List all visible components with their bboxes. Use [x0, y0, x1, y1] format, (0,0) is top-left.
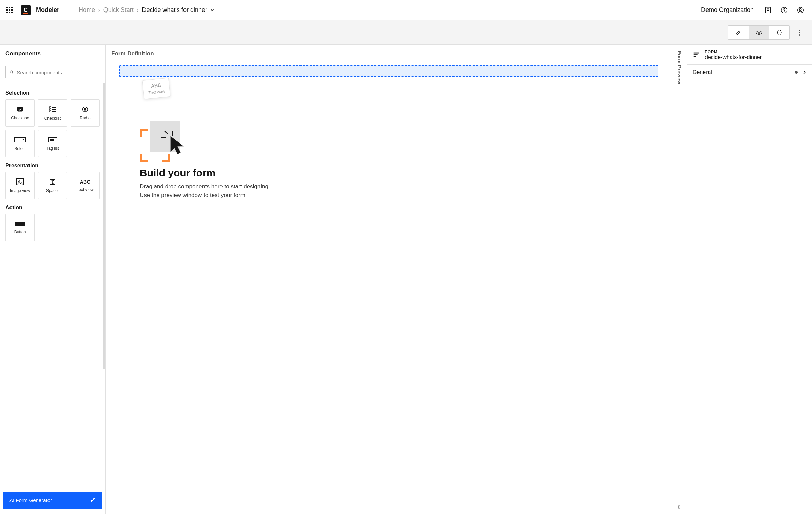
svg-rect-26	[50, 109, 51, 110]
properties-header: FORM decide-whats-for-dinner	[687, 45, 812, 64]
form-icon	[693, 51, 700, 59]
magic-wand-icon	[90, 497, 96, 503]
help-icon[interactable]	[778, 4, 790, 16]
search-icon	[9, 70, 14, 75]
empty-state-illustration	[140, 121, 194, 162]
tile-label: Tag list	[46, 146, 59, 151]
svg-point-20	[799, 32, 800, 33]
scrollbar-thumb[interactable]	[103, 83, 105, 369]
preview-mode-button[interactable]	[749, 26, 769, 39]
image-icon	[16, 178, 24, 186]
svg-point-36	[18, 180, 19, 182]
ghost-label: Text view	[148, 89, 166, 95]
form-definition-title: Form Definition	[106, 45, 672, 62]
search-components-field[interactable]	[17, 70, 96, 75]
form-preview-tab[interactable]: Form Preview	[672, 45, 687, 514]
svg-rect-41	[694, 56, 696, 57]
tile-label: Text view	[77, 187, 93, 192]
drag-ghost-textview: ABC Text view	[142, 78, 170, 99]
tile-label: Radio	[80, 116, 90, 120]
svg-point-19	[799, 30, 800, 31]
tile-label: Checklist	[44, 116, 61, 121]
search-components-input[interactable]	[5, 66, 100, 78]
form-preview-label: Form Preview	[677, 51, 682, 84]
svg-rect-3	[6, 9, 8, 11]
checkbox-icon	[16, 106, 24, 113]
component-textview[interactable]: ABC Text view	[71, 172, 100, 199]
select-icon	[14, 136, 26, 144]
svg-rect-38	[18, 224, 22, 224]
svg-rect-28	[50, 111, 51, 112]
group-title-action: Action	[5, 205, 100, 211]
breadcrumb-current-label: Decide what's for dinner	[142, 6, 207, 14]
properties-panel: FORM decide-whats-for-dinner General	[687, 45, 812, 514]
edit-mode-button[interactable]	[728, 26, 749, 39]
app-logo-icon	[21, 5, 31, 15]
components-list[interactable]: Selection Checkbox Checklist Radio	[0, 80, 105, 489]
breadcrumb-home[interactable]: Home	[79, 6, 95, 14]
chevron-down-icon	[210, 8, 215, 13]
group-title-selection: Selection	[5, 90, 100, 96]
components-panel-title: Components	[0, 45, 105, 62]
ghost-abc-icon: ABC	[151, 82, 161, 89]
ai-button-label: AI Form Generator	[9, 497, 52, 503]
component-checklist[interactable]: Checklist	[38, 99, 67, 127]
svg-rect-4	[9, 9, 10, 11]
tile-label: Select	[14, 146, 25, 151]
svg-rect-0	[6, 7, 8, 8]
form-canvas[interactable]: ABC Text view Build your form Drag and d…	[106, 62, 672, 514]
org-switcher-icon[interactable]	[762, 4, 774, 16]
dropzone-indicator[interactable]	[119, 65, 658, 77]
svg-rect-24	[50, 107, 51, 108]
component-radio[interactable]: Radio	[71, 99, 100, 127]
group-title-presentation: Presentation	[5, 163, 100, 169]
more-actions-button[interactable]	[794, 26, 806, 39]
properties-accordion: General	[687, 64, 812, 80]
code-mode-button[interactable]	[769, 26, 789, 39]
svg-rect-27	[52, 109, 56, 110]
mode-switch-group	[728, 25, 790, 40]
svg-rect-34	[50, 139, 54, 141]
svg-rect-1	[9, 7, 10, 8]
svg-rect-40	[694, 54, 698, 55]
components-panel: Components Selection Checkbox	[0, 45, 106, 514]
svg-rect-11	[768, 8, 769, 9]
element-type-label: FORM	[705, 50, 762, 54]
accordion-section-general[interactable]: General	[687, 65, 812, 80]
component-select[interactable]: Select	[5, 130, 35, 157]
taglist-icon	[48, 136, 57, 143]
breadcrumb: Home › Quick Start › Decide what's for d…	[79, 6, 215, 14]
user-avatar-icon[interactable]	[794, 4, 807, 16]
form-definition-panel: Form Definition ABC Text view Buil	[106, 45, 672, 514]
svg-rect-13	[768, 10, 769, 11]
form-id-label: decide-whats-for-dinner	[705, 54, 762, 60]
braces-icon	[776, 29, 783, 36]
radio-icon	[81, 106, 89, 113]
svg-rect-9	[766, 7, 771, 13]
abc-icon: ABC	[80, 179, 90, 185]
component-spacer[interactable]: Spacer	[38, 172, 67, 199]
component-checkbox[interactable]: Checkbox	[5, 99, 35, 127]
component-imageview[interactable]: Image view	[5, 172, 35, 199]
checklist-icon	[49, 105, 57, 113]
empty-state: Build your form Drag and drop components…	[140, 121, 658, 199]
empty-state-line-1: Drag and drop components here to start d…	[140, 182, 658, 191]
component-taglist[interactable]: Tag list	[38, 130, 67, 157]
breadcrumb-current[interactable]: Decide what's for dinner	[142, 6, 215, 14]
svg-rect-5	[11, 9, 13, 11]
svg-point-21	[799, 34, 800, 36]
svg-rect-8	[11, 12, 13, 13]
tile-label: Button	[14, 230, 26, 234]
ai-form-generator-button[interactable]: AI Form Generator	[3, 492, 102, 509]
apps-grid-icon[interactable]	[5, 6, 14, 14]
cursor-icon	[170, 135, 189, 156]
organization-name[interactable]: Demo Organization	[701, 6, 754, 14]
component-button[interactable]: Button	[5, 214, 35, 241]
tile-label: Image view	[10, 188, 31, 193]
svg-point-15	[784, 11, 785, 12]
chevron-right-icon	[802, 70, 807, 75]
svg-point-18	[758, 32, 760, 33]
expand-preview-icon[interactable]	[677, 504, 683, 510]
eye-icon	[755, 29, 763, 36]
breadcrumb-quick-start[interactable]: Quick Start	[103, 6, 134, 14]
